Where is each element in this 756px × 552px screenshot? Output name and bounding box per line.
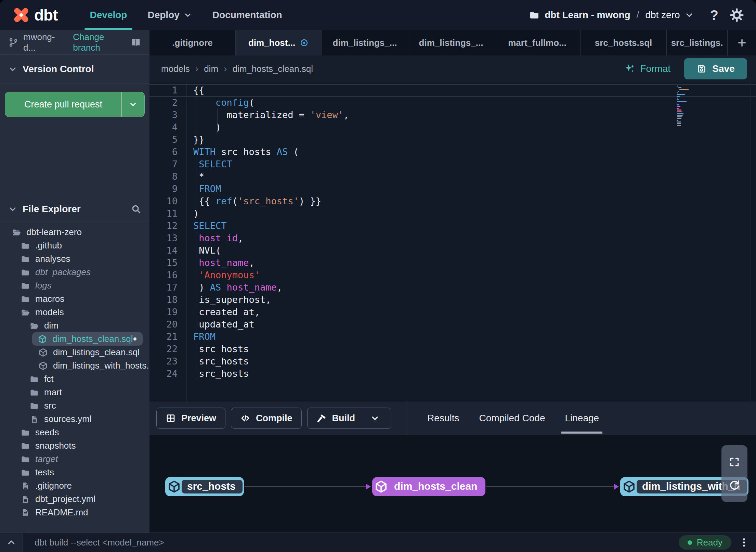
code-line-21[interactable]: 21FROM	[149, 331, 756, 343]
file-explorer-header[interactable]: File Explorer	[0, 197, 149, 221]
lineage-node-dim-hosts-clean[interactable]: dim_hosts_clean	[372, 477, 485, 496]
folder-icon	[29, 388, 39, 397]
editor-scrollbar[interactable]	[751, 82, 751, 401]
code-line-5[interactable]: 5}}	[149, 133, 756, 146]
tree-item-dim-hosts-clean-sql[interactable]: dim_hosts_clean.sql	[32, 332, 143, 346]
lineage-canvas[interactable]: src_hostsdim_hosts_cleandim_listings_wit…	[149, 435, 756, 532]
tree-item-dbt-packages[interactable]: dbt_packages	[0, 266, 149, 279]
tree-item-readme-md[interactable]: README.md	[0, 506, 149, 519]
panel-tab-compiled-code[interactable]: Compiled Code	[479, 401, 545, 435]
pr-dropdown-button[interactable]	[122, 92, 144, 117]
tab--gitignore[interactable]: .gitignore	[149, 30, 236, 55]
tree-item-seeds[interactable]: seeds	[0, 426, 149, 439]
code-line-2[interactable]: 2 config(	[149, 97, 756, 109]
command-input[interactable]: dbt build --select <model_name>	[23, 537, 679, 548]
breadcrumb-item[interactable]: models	[161, 64, 190, 74]
change-branch-link[interactable]: Change branch	[73, 32, 130, 53]
save-button[interactable]: Save	[684, 58, 747, 79]
code-line-7[interactable]: 7 SELECT	[149, 158, 756, 170]
lineage-node-src-hosts[interactable]: src_hosts	[165, 477, 244, 496]
tab-dim-host-[interactable]: dim_host...	[236, 30, 322, 55]
tree-item-snapshots[interactable]: snapshots	[0, 439, 149, 452]
format-button[interactable]: Format	[624, 63, 670, 74]
tree-item-logs[interactable]: logs	[0, 279, 149, 292]
refresh-icon[interactable]	[728, 479, 741, 491]
tree-item-target[interactable]: target	[0, 452, 149, 466]
code-line-20[interactable]: 20 updated_at	[149, 318, 756, 331]
compile-button[interactable]: Compile	[231, 408, 302, 429]
version-control-title: Version Control	[23, 64, 94, 75]
new-tab-button[interactable]	[728, 30, 756, 55]
project-picker[interactable]: dbt Learn - mwong / dbt zero	[529, 10, 693, 21]
tab-label: .gitignore	[172, 38, 212, 48]
code-line-23[interactable]: 23 src_hosts	[149, 355, 756, 368]
tab-src-listings-[interactable]: src_listings.	[667, 30, 728, 55]
code-line-13[interactable]: 13 host_id,	[149, 232, 756, 244]
code-line-14[interactable]: 14 NVL(	[149, 244, 756, 257]
tab-mart-fullmo-[interactable]: mart_fullmo...	[494, 30, 581, 55]
tree-item-sources-yml[interactable]: sources.yml	[0, 412, 149, 426]
tree-item-tests[interactable]: tests	[0, 466, 149, 479]
help-icon[interactable]: ?	[710, 8, 718, 23]
code-text: }}	[186, 133, 205, 146]
code-line-1[interactable]: 1{{	[149, 84, 756, 97]
code-line-17[interactable]: 17 ) AS host_name,	[149, 281, 756, 294]
tree-item-dim[interactable]: dim	[0, 319, 149, 332]
tree-item-fct[interactable]: fct	[0, 372, 149, 386]
tree-item-analyses[interactable]: analyses	[0, 252, 149, 266]
tree-item-macros[interactable]: macros	[0, 292, 149, 306]
folder-icon	[21, 281, 30, 291]
code-line-3[interactable]: 3 materialized = 'view',	[149, 109, 756, 121]
code-line-16[interactable]: 16 'Anonymous'	[149, 269, 756, 281]
tab-dim-listings-[interactable]: dim_listings_...	[322, 30, 408, 55]
line-number: 23	[149, 355, 186, 368]
tree-item--gitignore[interactable]: .gitignore	[0, 479, 149, 492]
build-dropdown-button[interactable]	[364, 414, 391, 423]
build-button[interactable]: Build	[307, 408, 392, 429]
tab-dim-listings-[interactable]: dim_listings_...	[408, 30, 494, 55]
nav-item-label: Deploy	[147, 10, 179, 21]
nav-item-develop[interactable]: Develop	[80, 0, 138, 30]
tree-item-models[interactable]: models	[0, 306, 149, 319]
breadcrumb-item[interactable]: dim_hosts_clean.sql	[232, 64, 313, 74]
command-bar-expand-button[interactable]	[0, 533, 23, 552]
project-separator: /	[635, 10, 641, 21]
minimap[interactable]	[677, 86, 698, 127]
tab-src-hosts-sql[interactable]: src_hosts.sql	[581, 30, 667, 55]
code-line-10[interactable]: 10 {{ ref('src_hosts') }}	[149, 195, 756, 207]
code-editor[interactable]: 1{{2 config(3 materialized = 'view',4 )5…	[149, 82, 756, 401]
search-icon[interactable]	[131, 204, 141, 214]
code-text: NVL(	[186, 244, 221, 257]
version-control-header[interactable]: Version Control	[0, 55, 149, 84]
tree-item-mart[interactable]: mart	[0, 386, 149, 399]
kebab-menu-icon[interactable]	[739, 537, 749, 548]
tree-item-dbt-learn-zero[interactable]: dbt-learn-zero	[0, 226, 149, 239]
code-line-15[interactable]: 15 host_name,	[149, 257, 756, 269]
code-line-18[interactable]: 18 is_superhost,	[149, 294, 756, 306]
preview-button[interactable]: Preview	[156, 408, 225, 429]
fullscreen-icon[interactable]	[729, 456, 740, 468]
code-line-24[interactable]: 24 src_hosts	[149, 368, 756, 380]
gear-icon[interactable]	[730, 8, 744, 22]
nav-item-deploy[interactable]: Deploy	[137, 0, 202, 30]
code-line-19[interactable]: 19 created_at,	[149, 306, 756, 318]
code-line-9[interactable]: 9 FROM	[149, 183, 756, 195]
tree-item-dim-listings-clean-sql[interactable]: dim_listings_clean.sql	[0, 346, 149, 359]
tree-item--github[interactable]: .github	[0, 239, 149, 252]
tree-item-src[interactable]: src	[0, 399, 149, 412]
tree-item-dim-listings-with-hosts-[interactable]: dim_listings_with_hosts...	[0, 359, 149, 372]
code-line-12[interactable]: 12SELECT	[149, 220, 756, 232]
nav-item-label: Documentation	[212, 10, 282, 21]
breadcrumb-item[interactable]: dim	[204, 64, 218, 74]
code-line-6[interactable]: 6WITH src_hosts AS (	[149, 146, 756, 158]
panel-tab-results[interactable]: Results	[427, 401, 459, 435]
code-line-22[interactable]: 22 src_hosts	[149, 343, 756, 355]
create-pull-request-button[interactable]: Create pull request	[5, 92, 145, 117]
code-line-8[interactable]: 8 *	[149, 170, 756, 183]
book-icon[interactable]	[130, 37, 141, 48]
panel-tab-lineage[interactable]: Lineage	[565, 401, 599, 435]
tree-item-dbt-project-yml[interactable]: dbt_project.yml	[0, 492, 149, 506]
nav-item-documentation[interactable]: Documentation	[202, 0, 292, 30]
code-line-4[interactable]: 4 )	[149, 121, 756, 133]
code-line-11[interactable]: 11)	[149, 207, 756, 220]
